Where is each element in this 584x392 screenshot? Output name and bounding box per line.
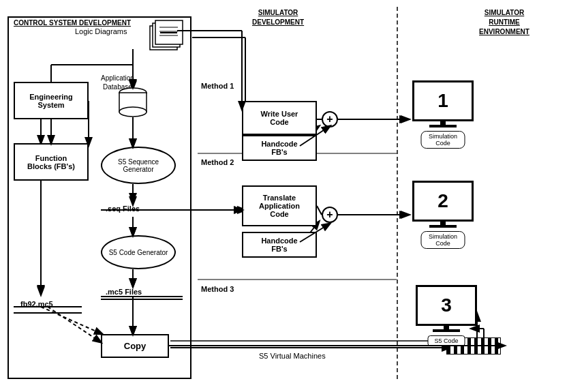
monitor-3-screen: 3 xyxy=(416,285,477,326)
diagram-container: CONTROL SYSTEM DEVELOPMENT Logic Diagram… xyxy=(0,0,584,392)
handcode-fbs-1-box: Handcode FB's xyxy=(242,135,317,161)
simulator-runtime-header: SIMULATOR RUNTIME ENVIRONMENT xyxy=(436,8,572,37)
engineering-system-box: Engineering System xyxy=(14,82,89,119)
control-system-header: CONTROL SYSTEM DEVELOPMENT xyxy=(14,19,131,27)
method1-label: Method 1 xyxy=(201,82,234,90)
copy-box: Copy xyxy=(101,334,169,358)
logic-diagrams-label: Logic Diagrams xyxy=(75,27,127,35)
write-user-code-box: Write User Code xyxy=(242,101,317,135)
monitor-3-foot xyxy=(433,329,460,332)
mc5-files-label: .mc5 Files xyxy=(106,288,142,296)
mc5-underline xyxy=(101,299,183,300)
app-database-cylinder xyxy=(116,87,150,118)
translate-app-code-box: Translate Application Code xyxy=(242,185,317,226)
svg-line-17 xyxy=(41,307,102,334)
monitor-2-foot xyxy=(429,225,457,228)
logic-diagrams-icon xyxy=(147,19,187,57)
fb92-label: fb92.mc5 xyxy=(20,300,53,308)
seq-files-label: .seq Files xyxy=(106,205,140,213)
plus-circle-2: + xyxy=(322,207,338,223)
plus-circle-1: + xyxy=(322,111,338,127)
monitor-1-screen: 1 xyxy=(412,80,474,121)
simulator-dev-header: SIMULATOR DEVELOPMENT xyxy=(252,8,304,27)
s5-sequence-gen: S5 Sequence Generator xyxy=(101,147,176,184)
monitor-3-number: 3 xyxy=(441,295,452,316)
method3-label: Method 3 xyxy=(201,285,234,293)
monitor-1: 1 Simulation Code xyxy=(409,80,477,149)
handcode-fbs-2-box: Handcode FB's xyxy=(242,232,317,258)
svg-rect-26 xyxy=(155,20,183,44)
simulation-code-2-label: Simulation Code xyxy=(421,231,465,249)
method2-label: Method 2 xyxy=(201,158,234,166)
s5-code-gen: S5 Code Generator xyxy=(101,235,176,269)
monitor-2-screen: 2 xyxy=(412,181,474,222)
fb92-underline xyxy=(14,312,82,314)
s5-vm-label: S5 Virtual Machines xyxy=(259,352,326,360)
svg-point-32 xyxy=(119,107,147,117)
monitor-1-foot xyxy=(429,125,457,127)
svg-line-41 xyxy=(317,206,322,215)
function-blocks-box: Function Blocks (FB's) xyxy=(14,143,89,181)
monitor-3: 3 S5 Code xyxy=(409,285,484,346)
monitor-2-number: 2 xyxy=(437,190,448,212)
monitor-1-number: 1 xyxy=(437,90,448,112)
monitor-2: 2 Simulation Code xyxy=(409,181,477,249)
svg-rect-0 xyxy=(8,17,191,378)
simulation-code-1-label: Simulation Code xyxy=(421,131,465,149)
s5-code-label: S5 Code xyxy=(428,335,465,346)
